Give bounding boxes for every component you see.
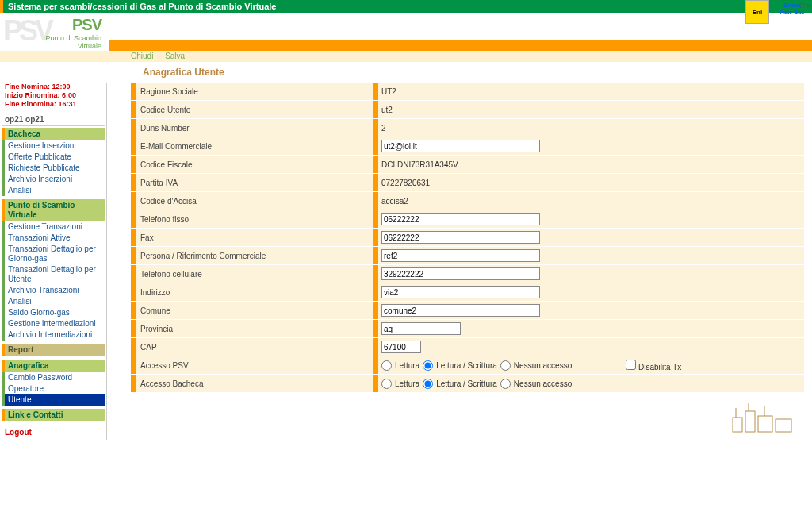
menu-chiudi[interactable]: Chiudi [131,52,153,60]
radio-bacheca-lettura-scrittura[interactable] [423,379,433,389]
menu-salva[interactable]: Salva [165,52,185,60]
window-controls: – □ × [795,2,810,10]
header-row: PSV Punto di Scambio Virtuale [0,13,812,51]
radio-label-bacheca-nessun: Nessun accesso [514,379,572,388]
svg-rect-2 [758,416,772,432]
sidebar: Fine Nomina: 12:00 Inizio Rinomina: 6:00… [0,83,106,440]
radio-bacheca-nessun[interactable] [500,379,511,389]
page-title: Anagrafica Utente [0,62,812,83]
radio-psv-lettura-scrittura[interactable] [423,360,433,371]
svg-rect-1 [745,411,755,432]
nomination-times: Fine Nomina: 12:00 Inizio Rinomina: 6:00… [2,83,105,109]
nav-archivio-inserzioni[interactable]: Archivio Inserzioni [2,174,105,185]
radio-label-psv-lettura: Lettura [395,361,419,370]
maximize-icon[interactable]: □ [800,2,804,10]
label-comune: Comune [136,306,373,315]
value-ragione-sociale: UT2 [381,87,396,96]
checkbox-disabilita-tx[interactable] [626,360,636,370]
input-comune[interactable] [381,304,540,317]
checkbox-label-disabilita-tx: Disabilita Tx [638,363,681,371]
radio-bacheca-lettura[interactable] [381,379,392,389]
input-riferimento-commerciale[interactable] [381,249,540,262]
nav-trans-dettaglio-utente[interactable]: Transazioni Dettaglio per Utente [2,264,105,285]
label-accesso-psv: Accesso PSV [136,361,373,370]
nav-saldo-giorno-gas[interactable]: Saldo Giorno-gas [2,307,105,318]
radio-label-psv-nessun: Nessun accesso [514,361,572,370]
nav-gestione-inserzioni[interactable]: Gestione Inserzioni [2,140,105,152]
label-codice-fiscale: Codice Fiscale [136,160,373,169]
value-accisa: accisa2 [381,197,408,206]
nav-archivio-intermediazioni[interactable]: Archivio Intermediazioni [2,329,105,341]
nav-analisi-bacheca[interactable]: Analisi [2,185,105,196]
input-indirizzo[interactable] [381,286,540,298]
label-provincia: Provincia [136,325,373,333]
nav-gestione-intermediazioni[interactable]: Gestione Intermediazioni [2,318,105,329]
label-email: E-Mail Commerciale [136,142,373,151]
value-codice-fiscale: DCLDNI73R31A345V [381,160,458,169]
eni-logo: Eni [745,0,769,24]
label-fax: Fax [136,233,373,242]
form-content: Ragione Sociale UT2 Codice Utente ut2 Du… [106,83,812,440]
nav-analisi-psv[interactable]: Analisi [2,296,105,307]
value-codice-utente: ut2 [381,106,393,114]
label-ragione-sociale: Ragione Sociale [136,87,373,96]
label-tel-fisso: Telefono fisso [136,215,373,224]
nav-utente[interactable]: Utente [2,394,105,406]
label-partita-iva: Partita IVA [136,179,373,187]
input-email[interactable] [381,140,540,152]
nav-trans-dettaglio-giorno[interactable]: Transazioni Dettaglio per Giorno-gas [2,244,105,264]
radio-label-psv-lett-scritt: Lettura / Scrittura [436,361,497,370]
label-accesso-bacheca: Accesso Bacheca [136,379,373,388]
nav-cambio-password[interactable]: Cambio Password [2,372,105,383]
label-codice-utente: Codice Utente [136,106,373,114]
input-fax[interactable] [381,231,540,244]
window-title: Sistema per scambi/cessioni di Gas al Pu… [8,0,812,13]
nav-head-anagrafica[interactable]: Anagrafica [2,360,105,372]
input-cap[interactable] [381,341,421,353]
window-titlebar: Sistema per scambi/cessioni di Gas al Pu… [0,0,812,13]
label-accisa: Codice d'Accisa [136,197,373,206]
close-icon[interactable]: × [806,2,810,10]
nav-report[interactable]: Report [2,344,105,356]
radio-label-bacheca-lett-scritt: Lettura / Scrittura [436,379,497,388]
svg-rect-3 [776,419,791,432]
footer-illustration [725,402,796,433]
input-cellulare[interactable] [381,267,540,280]
input-tel-fisso[interactable] [381,213,540,225]
minimize-icon[interactable]: – [795,2,799,10]
nav-transazioni-attive[interactable]: Transazioni Attive [2,233,105,244]
nav-head-psv[interactable]: Punto di Scambio Virtuale [2,199,105,221]
value-partita-iva: 07227820631 [381,179,430,187]
label-indirizzo: Indirizzo [136,288,373,297]
nav-head-bacheca[interactable]: Bacheca [2,128,105,140]
form-menu-bar: Chiudi Salva [0,51,812,62]
orange-strip [106,40,812,51]
radio-psv-lettura[interactable] [381,360,392,371]
nav-gestione-transazioni[interactable]: Gestione Transazioni [2,221,105,233]
psv-logo: PSV Punto di Scambio Virtuale [0,13,106,51]
radio-label-bacheca-lettura: Lettura [395,379,419,388]
nav-operatore[interactable]: Operatore [2,383,105,394]
current-user: op21 op21 [2,114,105,126]
label-cap: CAP [136,343,373,352]
nav-offerte-pubblicate[interactable]: Offerte Pubblicate [2,152,105,163]
nav-archivio-transazioni[interactable]: Archivio Transazioni [2,285,105,296]
nav-logout[interactable]: Logout [2,425,105,440]
svg-rect-0 [733,418,742,432]
nav-richieste-pubblicate[interactable]: Richieste Pubblicate [2,163,105,174]
label-cellulare: Telefono cellulare [136,270,373,279]
label-riferimento-commerciale: Persona / Riferimento Commerciale [136,252,373,260]
label-duns: Duns Number [136,124,373,133]
input-provincia[interactable] [381,322,461,335]
nav-link-contatti[interactable]: Link e Contatti [2,409,105,421]
radio-psv-nessun[interactable] [500,360,511,371]
value-duns: 2 [381,124,386,133]
